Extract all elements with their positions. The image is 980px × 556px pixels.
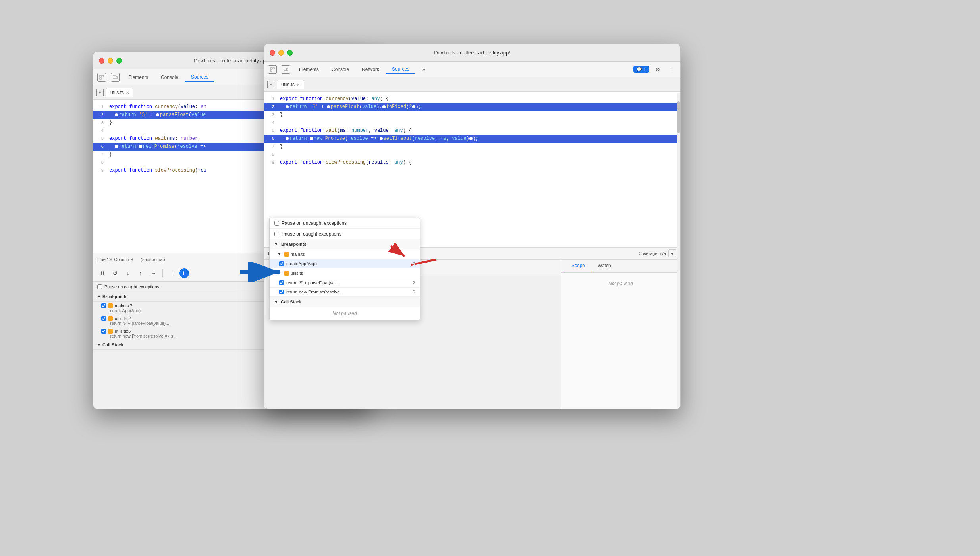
svg-marker-11	[270, 83, 272, 86]
titlebar-front: DevTools - coffee-cart.netlify.app/	[264, 44, 680, 62]
file-nav-icon-front	[267, 81, 274, 88]
popup-utils-ts-icon	[284, 271, 289, 276]
popup-bp-item-utils6[interactable]: return new Promise(resolve... 6	[270, 288, 420, 297]
code-line-5-front: 5 export function wait(ms: number, value…	[264, 127, 680, 135]
breakpoints-popup: Pause on uncaught exceptions Pause on ca…	[269, 218, 420, 320]
file-tab-front[interactable]: utils.ts ✕	[277, 80, 304, 89]
devtools-icon-back	[97, 73, 106, 82]
blue-arrow	[236, 262, 284, 282]
callstack-label-back: Call Stack	[102, 342, 123, 347]
tab-more-front[interactable]: »	[417, 65, 431, 74]
file-tab-close-back[interactable]: ✕	[126, 91, 129, 95]
bp-main-label: main.ts:7	[115, 303, 133, 308]
tab-sources-front[interactable]: Sources	[386, 65, 415, 74]
deactivate-back[interactable]: ⋮	[167, 268, 177, 278]
step-out-back[interactable]: ↑	[135, 268, 146, 278]
continue-back[interactable]: →	[148, 268, 158, 278]
code-line-9-front: 9 export function slowProcessing(results…	[264, 158, 680, 166]
scrollbar-front[interactable]	[677, 93, 680, 409]
tab-elements-back[interactable]: Elements	[123, 73, 154, 82]
popup-callstack-label: Call Stack	[281, 299, 302, 304]
step-into-back[interactable]: ↓	[123, 268, 133, 278]
popup-bp-item-utils2-code: return '$' + parseFloat(va...	[286, 280, 338, 285]
divider-back	[162, 269, 163, 277]
popup-bp-item-main-code: createApp(App)	[286, 261, 317, 266]
popup-main-ts-icon	[284, 252, 289, 257]
tab-sources-back[interactable]: Sources	[185, 73, 214, 82]
maximize-button-back[interactable]	[116, 58, 122, 64]
pause-btn-back[interactable]: ⏸	[97, 268, 108, 278]
close-button-front[interactable]	[270, 50, 275, 56]
file-nav-icon-back	[96, 89, 104, 96]
popup-pause-uncaught-row: Pause on uncaught exceptions	[270, 218, 420, 229]
popup-bp-item-utils2[interactable]: return '$' + parseFloat(va... 2	[270, 278, 420, 288]
popup-pause-caught-label: Pause on caught exceptions	[282, 231, 341, 237]
maximize-button-front[interactable]	[287, 50, 293, 56]
breakpoints-arrow-back: ▼	[97, 295, 101, 299]
more-btn-front[interactable]: ⋮	[666, 64, 676, 75]
message-badge-front[interactable]: 💬 1	[633, 66, 649, 73]
scope-tab-watch[interactable]: Watch	[591, 260, 617, 272]
bp-utils2-checkbox[interactable]	[101, 316, 106, 321]
popup-pause-uncaught-checkbox[interactable]	[274, 221, 279, 226]
responsive-icon-front[interactable]	[282, 65, 290, 74]
traffic-lights-front	[270, 50, 293, 56]
code-line-7-front: 7 }	[264, 143, 680, 151]
file-tab-back[interactable]: utils.ts ✕	[106, 88, 133, 97]
badge-count: 1	[644, 67, 646, 72]
minimize-button-front[interactable]	[278, 50, 284, 56]
pause-on-caught-label-back: Pause on caught exceptions	[104, 284, 159, 289]
svg-rect-6	[270, 68, 272, 69]
scope-tabs-front: Scope Watch	[561, 260, 680, 273]
tab-console-front[interactable]: Console	[326, 65, 355, 74]
bp-main-checkbox[interactable]	[101, 303, 106, 308]
bp-utils6-label: utils.ts:6	[115, 329, 131, 334]
file-tab-close-front[interactable]: ✕	[297, 83, 300, 87]
popup-utils-ts-label: utils.ts	[291, 271, 303, 276]
tabbar-front: Elements Console Network Sources » 💬 1 ⚙…	[264, 62, 680, 77]
file-tab-bar-front: utils.ts ✕	[264, 77, 680, 92]
not-paused-front: Not paused	[561, 273, 680, 294]
red-arrow-2	[387, 242, 411, 262]
svg-rect-1	[102, 75, 104, 77]
bp-icon-main	[108, 303, 113, 308]
code-line-3-front: 3 }	[264, 111, 680, 119]
popup-bp-item-utils6-checkbox[interactable]	[279, 290, 284, 294]
code-line-4-front: 4	[264, 119, 680, 127]
code-line-8-front: 8	[264, 151, 680, 158]
svg-rect-3	[113, 76, 116, 78]
scope-tab-scope[interactable]: Scope	[565, 260, 591, 272]
coverage-expand-btn[interactable]: ▼	[668, 249, 676, 257]
pause-on-caught-checkbox-back[interactable]	[97, 284, 102, 289]
popup-pause-caught-checkbox[interactable]	[274, 232, 279, 236]
popup-pause-caught-row: Pause on caught exceptions	[270, 229, 420, 239]
responsive-icon-back[interactable]	[111, 73, 120, 82]
popup-bp-arrow: ▼	[274, 242, 278, 246]
step-over-back[interactable]: ↺	[110, 268, 120, 278]
callstack-arrow-back: ▼	[97, 343, 101, 347]
devtools-icon-front	[268, 65, 277, 74]
svg-rect-9	[284, 68, 287, 70]
close-button-back[interactable]	[99, 58, 104, 64]
popup-callstack-section: ▼ Call Stack	[270, 297, 420, 307]
bp-utils2-label: utils.ts:2	[115, 316, 131, 321]
code-line-1-front: 1 export function currency(value: any) {	[264, 95, 680, 103]
lower-right-front: Scope Watch Not paused	[561, 260, 680, 409]
blue-pause-back[interactable]: ⏸	[179, 268, 189, 278]
svg-rect-10	[287, 69, 288, 70]
svg-marker-5	[99, 91, 101, 94]
tab-console-back[interactable]: Console	[155, 73, 184, 82]
coverage-text: Coverage: n/a	[639, 251, 666, 256]
file-tab-name-front: utils.ts	[281, 82, 295, 87]
tab-elements-front[interactable]: Elements	[293, 65, 324, 74]
settings-btn-front[interactable]: ⚙	[652, 64, 663, 75]
scroll-thumb-front[interactable]	[677, 101, 680, 133]
svg-rect-8	[270, 70, 272, 71]
code-line-2-front: 2 return '$' + parseFloat(value).toFixed…	[264, 103, 680, 111]
bp-utils6-checkbox[interactable]	[101, 329, 106, 334]
popup-not-paused: Not paused	[270, 307, 420, 320]
tab-network-front[interactable]: Network	[356, 65, 385, 74]
popup-bp-label: Breakpoints	[281, 242, 307, 247]
code-line-6-front: 6 return new Promise(resolve => setTimeo…	[264, 135, 680, 143]
minimize-button-back[interactable]	[108, 58, 113, 64]
